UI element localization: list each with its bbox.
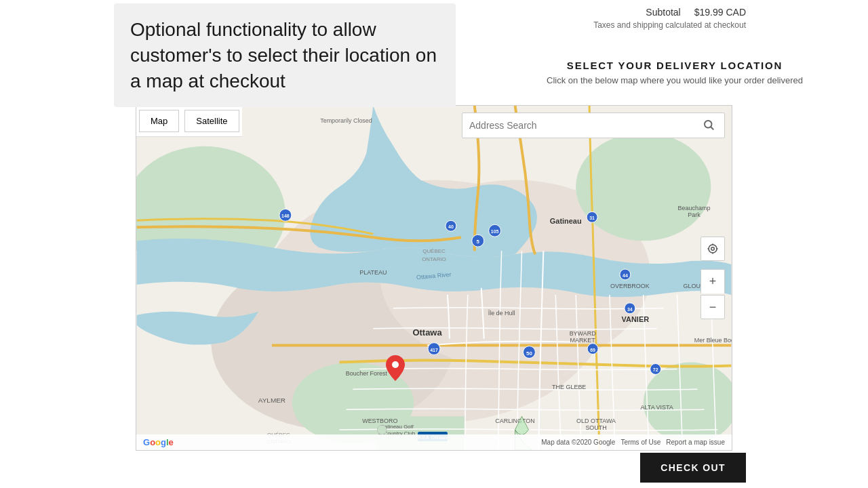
svg-text:Park: Park xyxy=(688,211,701,218)
subtotal-value: $19.99 CAD xyxy=(694,7,746,18)
svg-text:ALTA VISTA: ALTA VISTA xyxy=(641,404,673,411)
subtotal-label: Subtotal xyxy=(646,7,680,18)
map-marker xyxy=(386,355,405,384)
map-footer: Google Map data ©2020 Google Terms of Us… xyxy=(136,434,732,450)
svg-text:40: 40 xyxy=(448,224,454,229)
search-icon xyxy=(703,119,715,131)
search-button[interactable] xyxy=(700,116,717,136)
map-footer-links: Map data ©2020 Google Terms of Use Repor… xyxy=(541,439,725,446)
svg-text:Temporarily Closed: Temporarily Closed xyxy=(320,117,372,124)
tab-satellite[interactable]: Satellite xyxy=(184,110,239,132)
svg-text:BYWARD: BYWARD xyxy=(570,330,596,337)
svg-text:OVERBROOK: OVERBROOK xyxy=(610,283,650,289)
svg-text:Île de Hull: Île de Hull xyxy=(488,310,515,317)
svg-text:44: 44 xyxy=(623,273,628,278)
svg-text:Ottawa: Ottawa xyxy=(412,327,442,338)
feature-tooltip-text: Optional functionality to allow customer… xyxy=(130,17,439,94)
svg-text:72: 72 xyxy=(653,367,658,372)
svg-text:MARKET: MARKET xyxy=(570,337,595,344)
map-controls: + − xyxy=(701,237,725,319)
svg-text:THE GLEBE: THE GLEBE xyxy=(552,384,586,390)
location-pin-icon xyxy=(386,355,405,381)
svg-text:Boucher Forest: Boucher Forest xyxy=(346,370,388,377)
zoom-in-button[interactable]: + xyxy=(701,269,725,293)
address-input[interactable] xyxy=(469,120,700,131)
svg-point-8 xyxy=(576,133,711,241)
svg-text:VANIER: VANIER xyxy=(622,315,650,323)
svg-text:69: 69 xyxy=(590,348,595,352)
header-info: Subtotal $19.99 CAD Taxes and shipping c… xyxy=(593,7,746,30)
map-container[interactable]: Map Satellite xyxy=(136,105,732,451)
svg-text:SOUTH: SOUTH xyxy=(585,424,606,431)
feature-tooltip: Optional functionality to allow customer… xyxy=(114,3,456,107)
svg-text:34: 34 xyxy=(627,307,633,312)
svg-text:417: 417 xyxy=(430,348,438,352)
terms-of-use-link[interactable]: Terms of Use xyxy=(620,439,660,446)
address-search-bar[interactable] xyxy=(462,113,725,138)
map-background: 50 5 105 417 40 148 31 34 69 44 72 Gatin… xyxy=(136,106,732,450)
svg-text:PLATEAU: PLATEAU xyxy=(359,269,387,276)
checkout-button[interactable]: CHECK OUT xyxy=(640,453,746,483)
my-location-button[interactable] xyxy=(701,237,725,261)
delivery-subtitle: Click on the below map where you would l… xyxy=(495,75,854,85)
zoom-out-button[interactable]: − xyxy=(701,295,725,319)
taxes-note: Taxes and shipping calculated at checkou… xyxy=(593,20,746,30)
svg-text:148: 148 xyxy=(281,214,290,218)
svg-text:Mer Bleue Bog: Mer Bleue Bog xyxy=(694,337,732,344)
svg-text:50: 50 xyxy=(526,350,532,357)
svg-text:Beauchamp: Beauchamp xyxy=(678,205,711,211)
delivery-section: SELECT YOUR DELIVERY LOCATION Click on t… xyxy=(481,60,868,85)
location-icon xyxy=(707,243,719,255)
google-logo: Google xyxy=(143,437,174,447)
svg-text:5: 5 xyxy=(477,239,480,245)
svg-point-68 xyxy=(709,245,717,253)
map-tabs: Map Satellite xyxy=(136,106,242,137)
delivery-title: SELECT YOUR DELIVERY LOCATION xyxy=(495,60,854,71)
svg-point-62 xyxy=(377,425,387,434)
svg-text:CARLINGTON: CARLINGTON xyxy=(495,418,535,424)
svg-text:AYLMER: AYLMER xyxy=(258,396,285,404)
svg-text:ONTARIO: ONTARIO xyxy=(422,256,446,262)
svg-point-67 xyxy=(711,247,715,251)
svg-text:105: 105 xyxy=(491,229,499,234)
svg-text:QUÉBEC: QUÉBEC xyxy=(422,248,446,254)
svg-text:31: 31 xyxy=(589,216,595,220)
svg-line-1 xyxy=(711,127,713,129)
report-map-link[interactable]: Report a map issue xyxy=(666,439,725,446)
map-data-text: Map data ©2020 Google xyxy=(541,439,615,446)
svg-text:Gatineau: Gatineau xyxy=(550,217,582,225)
svg-text:OLD OTTAWA: OLD OTTAWA xyxy=(576,418,616,424)
svg-point-66 xyxy=(392,361,399,368)
tab-map[interactable]: Map xyxy=(139,110,179,132)
